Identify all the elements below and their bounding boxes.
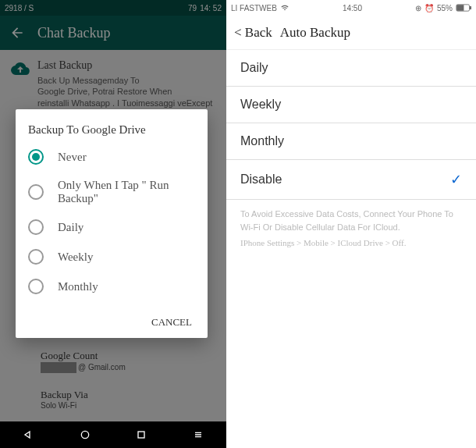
app-header-right: < Back Auto Backup bbox=[226, 16, 476, 50]
radio-icon bbox=[28, 279, 44, 294]
info-line1: To Avoid Excessive Data Costs, Connect Y… bbox=[240, 208, 462, 233]
option-label: Disable bbox=[240, 172, 282, 187]
android-navbar bbox=[0, 421, 226, 448]
status-bar-right: LI FASTWEB 14:50 ⊕ ⏰ 55% bbox=[226, 0, 476, 16]
header-title-right: Auto Backup bbox=[280, 25, 350, 41]
option-daily[interactable]: Daily bbox=[226, 50, 476, 87]
option-label: Daily bbox=[240, 61, 268, 75]
right-phone: LI FASTWEB 14:50 ⊕ ⏰ 55% < Back Auto Bac… bbox=[226, 0, 476, 448]
dialog-title: Backup To Google Drive bbox=[28, 123, 195, 137]
battery-icon bbox=[456, 4, 471, 12]
option-label: Weekly bbox=[240, 98, 281, 112]
left-phone: 2918 / S 79 14: 52 Chat Backup Last Back… bbox=[0, 0, 226, 448]
radio-icon bbox=[28, 184, 44, 200]
radio-icon bbox=[28, 149, 44, 165]
carrier-text: LI FASTWEB bbox=[231, 4, 277, 12]
checkmark-icon: ✓ bbox=[450, 171, 462, 188]
svg-point-0 bbox=[81, 431, 88, 438]
nav-recent-icon[interactable] bbox=[135, 428, 147, 441]
battery-right: 55% bbox=[437, 4, 453, 12]
svg-rect-3 bbox=[457, 5, 464, 11]
radio-icon bbox=[28, 219, 44, 235]
nav-home-icon[interactable] bbox=[79, 428, 91, 441]
option-monthly[interactable]: Monthly bbox=[226, 123, 476, 160]
option-weekly[interactable]: Weekly bbox=[226, 87, 476, 123]
option-label: Monthly bbox=[240, 134, 284, 148]
back-button-right[interactable]: < Back bbox=[234, 25, 272, 41]
radio-label-daily: Daily bbox=[58, 221, 83, 234]
info-line2: IPhone Settings > Mobile > ICloud Drive … bbox=[240, 236, 462, 250]
radio-never[interactable]: Never bbox=[28, 149, 195, 165]
radio-daily[interactable]: Daily bbox=[28, 219, 195, 235]
radio-icon bbox=[28, 249, 44, 265]
radio-label-only-tap: Only When I Tap " Run Backup" bbox=[58, 179, 195, 205]
svg-rect-1 bbox=[138, 432, 144, 438]
radio-label-monthly: Monthly bbox=[58, 280, 98, 293]
svg-rect-4 bbox=[470, 6, 471, 9]
option-disable[interactable]: Disable ✓ bbox=[226, 160, 476, 200]
radio-weekly[interactable]: Weekly bbox=[28, 249, 195, 265]
radio-label-never: Never bbox=[58, 151, 87, 164]
cancel-button[interactable]: CANCEL bbox=[151, 316, 192, 329]
auto-backup-list: Daily Weekly Monthly Disable ✓ bbox=[226, 50, 476, 200]
radio-monthly[interactable]: Monthly bbox=[28, 279, 195, 294]
nav-menu-icon[interactable] bbox=[192, 428, 204, 441]
radio-label-weekly: Weekly bbox=[58, 251, 93, 264]
clock-icon: ⏰ bbox=[424, 4, 434, 12]
backup-frequency-dialog: Backup To Google Drive Never Only When I… bbox=[16, 109, 208, 338]
info-text: To Avoid Excessive Data Costs, Connect Y… bbox=[226, 200, 476, 258]
alarm-icon: ⊕ bbox=[415, 4, 421, 12]
nav-back-icon[interactable] bbox=[22, 428, 34, 441]
wifi-icon bbox=[280, 4, 290, 12]
radio-only-tap[interactable]: Only When I Tap " Run Backup" bbox=[28, 179, 195, 205]
time-right: 14:50 bbox=[343, 4, 362, 12]
